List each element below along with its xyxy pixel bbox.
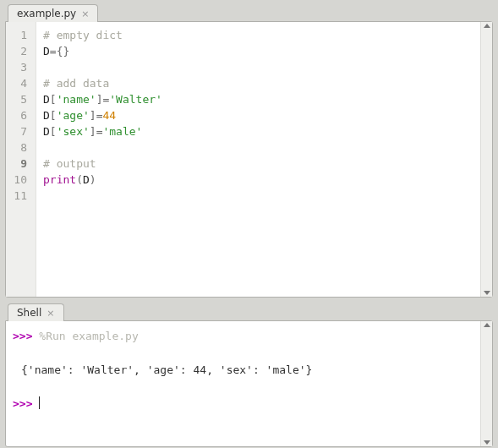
code-token: 44 [102,109,116,122]
code-token: [ [50,93,57,106]
code-area[interactable]: # empty dict D={} # add data D['name']='… [36,22,480,297]
shell-scrollbar[interactable] [480,321,492,446]
shell-tab-label: Shell [17,307,41,319]
scroll-down-icon[interactable] [484,291,490,295]
code-token: [ [50,125,57,138]
code-token: ] [90,125,96,138]
code-token: 'age' [57,109,90,122]
shell-tab[interactable]: Shell × [8,303,64,321]
shell-output: {'name': 'Walter', 'age': 44, 'sex': 'ma… [13,363,312,376]
code-token: D [43,125,50,138]
close-icon[interactable]: × [81,8,89,19]
editor-tab-row: example.py × [5,4,493,22]
code-token: 'male' [102,125,142,138]
line-number: 4 [6,75,36,91]
code-token: D [43,109,50,122]
code-token: ( [76,173,83,186]
line-number: 10 [6,172,36,188]
line-number: 3 [6,59,36,75]
line-number: 5 [6,91,36,107]
shell-run-command: %Run example.py [39,330,138,342]
shell-prompt: >>> [13,330,32,342]
line-number: 8 [6,139,36,156]
code-token: ) [90,173,96,186]
editor-tab-label: example.py [17,8,76,19]
editor-scrollbar[interactable] [480,22,492,297]
line-number: 9 [6,156,36,172]
code-token: print [43,173,76,186]
scroll-down-icon[interactable] [484,440,490,445]
line-number: 2 [6,43,36,59]
shell-panel: Shell × >>> %Run example.py {'name': 'Wa… [0,301,498,448]
editor-panel: example.py × 1 2 3 4 5 6 7 8 9 10 11 # e… [0,0,498,301]
editor-box: 1 2 3 4 5 6 7 8 9 10 11 # empty dict D={… [5,21,493,298]
code-token: ] [90,109,96,122]
line-number: 1 [6,27,36,43]
code-token: } [63,45,69,57]
close-icon[interactable]: × [47,308,54,319]
code-token: = [50,45,57,57]
code-token: 'Walter' [109,93,162,106]
line-number: 7 [6,123,36,139]
shell-box: >>> %Run example.py {'name': 'Walter', '… [5,320,493,447]
code-token: D [83,173,90,186]
code-token: D [43,45,50,57]
code-token: [ [50,109,57,122]
line-number-gutter: 1 2 3 4 5 6 7 8 9 10 11 [6,22,36,297]
code-comment: # output [43,157,96,170]
line-number: 11 [6,188,36,204]
scroll-up-icon[interactable] [484,323,490,327]
code-token: D [43,93,50,106]
code-token: 'sex' [57,125,90,138]
code-comment: # add data [43,77,109,90]
code-token: 'name' [57,93,96,106]
cursor-icon [39,396,40,409]
code-comment: # empty dict [43,29,123,41]
shell-area[interactable]: >>> %Run example.py {'name': 'Walter', '… [6,321,480,446]
scroll-up-icon[interactable] [484,24,490,28]
editor-tab[interactable]: example.py × [8,4,98,22]
shell-tab-row: Shell × [5,303,493,321]
shell-prompt: >>> [13,397,32,410]
line-number: 6 [6,107,36,123]
